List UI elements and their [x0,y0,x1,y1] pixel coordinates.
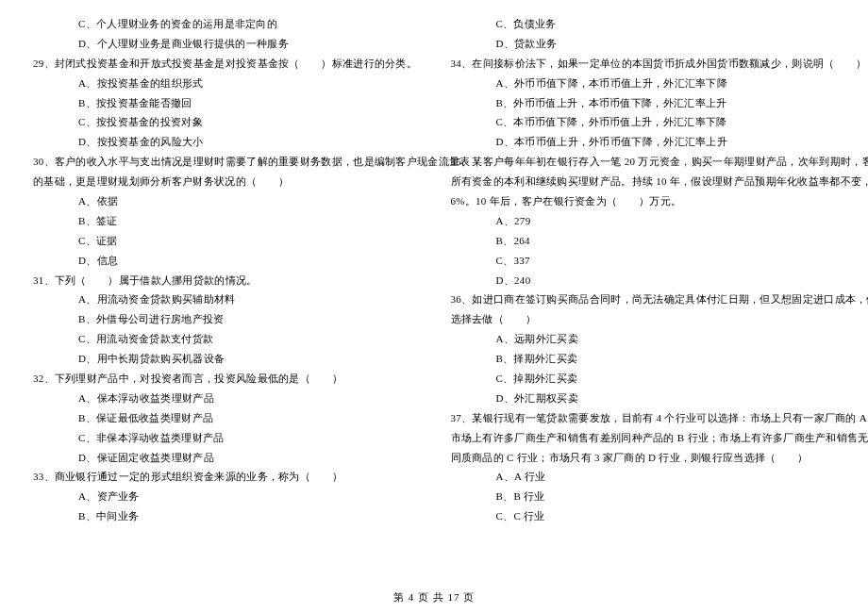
q31-stem: 31、下列（ ）属于借款人挪用贷款的情况。 [33,271,418,290]
left-column: C、个人理财业务的资金的运用是非定向的 D、个人理财业务是商业银行提供的一种服务… [33,14,418,526]
opt-c-r: C、负债业务 [451,14,836,34]
q30-a: A、依据 [33,191,418,211]
q30-c: C、证据 [33,231,418,251]
q37-b: B、B 行业 [451,487,836,506]
q29-d: D、按投资基金的风险大小 [33,132,418,152]
q30-b: B、签证 [33,211,418,231]
q37-c: C、C 行业 [451,506,836,526]
q30-stem1: 30、客户的收入水平与支出情况是理财时需要了解的重要财务数据，也是编制客户现金流… [33,152,418,172]
right-column: C、负债业务 D、贷款业务 34、在间接标价法下，如果一定单位的本国货币折成外国… [451,14,836,526]
opt-c: C、个人理财业务的资金的运用是非定向的 [33,14,418,34]
q32-b: B、保证最低收益类理财产品 [33,408,418,428]
q29-stem: 29、封闭式投资基金和开放式投资基金是对投资基金按（ ）标准进行的分类。 [33,54,418,74]
q35-stem1: 35、某客户每年年初在银行存入一笔 20 万元资金，购买一年期理财产品，次年到期… [451,152,836,172]
q29-b: B、按投资基金能否撤回 [33,93,418,113]
q29-a: A、按投资基金的组织形式 [33,74,418,93]
q37-stem1: 37、某银行现有一笔贷款需要发放，目前有 4 个行业可以选择：市场上只有一家厂商… [451,408,836,428]
q31-b: B、外借母公司进行房地产投资 [33,309,418,329]
q34-d: D、本币币值上升，外币币值下降，外汇汇率上升 [451,132,836,152]
q31-a: A、用流动资金贷款购买辅助材料 [33,290,418,309]
q35-c: C、337 [451,251,836,271]
opt-d-r: D、贷款业务 [451,34,836,54]
q36-stem2: 选择去做（ ） [451,309,836,329]
q34-b: B、外币币值上升，本币币值下降，外汇汇率上升 [451,93,836,113]
q36-stem1: 36、如进口商在签订购买商品合同时，尚无法确定具体付汇日期，但又想固定进口成本，… [451,290,836,309]
q37-stem3: 同质商品的 C 行业；市场只有 3 家厂商的 D 行业，则银行应当选择（ ） [451,448,836,468]
q36-d: D、外汇期权买卖 [451,389,836,408]
page-content: C、个人理财业务的资金的运用是非定向的 D、个人理财业务是商业银行提供的一种服务… [0,0,868,526]
q33-a: A、资产业务 [33,487,418,506]
q34-c: C、本币币值下降，外币币值上升，外汇汇率下降 [451,112,836,132]
q34-a: A、外币币值下降，本币币值上升，外汇汇率下降 [451,74,836,93]
q32-stem: 32、下列理财产品中，对投资者而言，投资风险最低的是（ ） [33,369,418,389]
q32-a: A、保本浮动收益类理财产品 [33,389,418,408]
q33-stem: 33、商业银行通过一定的形式组织资金来源的业务，称为（ ） [33,467,418,487]
opt-d: D、个人理财业务是商业银行提供的一种服务 [33,34,418,54]
q32-d: D、保证固定收益类理财产品 [33,448,418,468]
q31-c: C、用流动资金贷款支付货款 [33,329,418,349]
q32-c: C、非保本浮动收益类理财产品 [33,428,418,448]
page-footer: 第 4 页 共 17 页 [0,588,868,607]
q37-stem2: 市场上有许多厂商生产和销售有差别同种产品的 B 行业；市场上有许多厂商生产和销售… [451,428,836,448]
q31-d: D、用中长期贷款购买机器设备 [33,349,418,369]
q36-b: B、择期外汇买卖 [451,349,836,369]
q35-d: D、240 [451,271,836,290]
q29-c: C、按投资基金的投资对象 [33,112,418,132]
q35-b: B、264 [451,231,836,251]
q37-a: A、A 行业 [451,467,836,487]
q33-b: B、中间业务 [33,506,418,526]
q35-stem2: 所有资金的本利和继续购买理财产品。持续 10 年，假设理财产品预期年化收益率都不… [451,172,836,191]
q30-d: D、信息 [33,251,418,271]
q30-stem2: 的基础，更是理财规划师分析客户财务状况的（ ） [33,172,418,191]
q35-a: A、279 [451,211,836,231]
q34-stem: 34、在间接标价法下，如果一定单位的本国货币折成外国货币数额减少，则说明（ ） [451,54,836,74]
q36-a: A、远期外汇买卖 [451,329,836,349]
q36-c: C、掉期外汇买卖 [451,369,836,389]
q35-stem3: 6%。10 年后，客户在银行资金为（ ）万元。 [451,191,836,211]
